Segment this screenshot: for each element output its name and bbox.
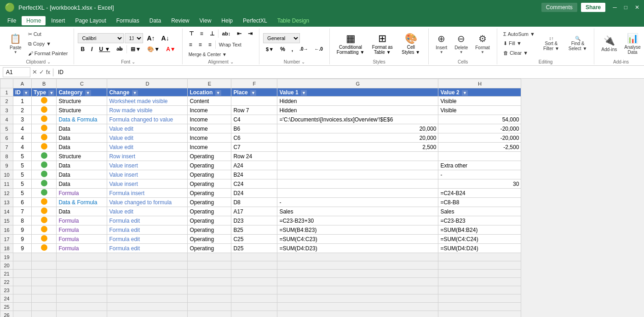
col-header-d[interactable]: D xyxy=(107,79,188,88)
cell-category[interactable]: Formula xyxy=(57,225,107,235)
cell-category[interactable]: Formula xyxy=(57,216,107,225)
cell-location[interactable]: Income xyxy=(188,143,231,152)
cell-place[interactable]: C25 xyxy=(231,235,277,244)
empty-cell[interactable] xyxy=(107,261,188,270)
formula-input[interactable] xyxy=(56,68,641,76)
borders-button[interactable]: ⊞▼ xyxy=(128,44,144,54)
conditional-formatting-button[interactable]: ▦ ConditionalFormatting ▼ xyxy=(334,31,368,57)
cell-location[interactable]: Content xyxy=(188,97,231,106)
cell-category[interactable]: Structure xyxy=(57,97,107,106)
format-as-table-button[interactable]: ⊞ Format asTable ▼ xyxy=(368,31,396,57)
cell-value2[interactable]: 54,000 xyxy=(438,115,521,124)
font-shrink-button[interactable]: A↓ xyxy=(159,33,172,43)
header-location[interactable]: Location ▼ xyxy=(188,88,231,97)
cell-category[interactable]: Data xyxy=(57,143,107,152)
cell-place[interactable]: A24 xyxy=(231,161,277,170)
empty-cell[interactable] xyxy=(13,294,32,303)
type-filter[interactable]: ▼ xyxy=(48,90,54,96)
header-change[interactable]: Change ▼ xyxy=(107,88,188,97)
cell-value2[interactable]: - xyxy=(438,170,521,179)
cell-change[interactable]: Formula edit xyxy=(107,235,188,244)
underline-button[interactable]: U ▼ xyxy=(96,44,113,54)
empty-cell[interactable] xyxy=(57,303,107,311)
col-header-c[interactable]: C xyxy=(57,79,107,88)
empty-cell[interactable] xyxy=(32,261,57,270)
cell-category[interactable]: Data & Formula xyxy=(57,115,107,124)
header-value2[interactable]: Value 2 ▼ xyxy=(438,88,521,97)
indent-increase-button[interactable]: ⇥ xyxy=(245,29,255,39)
cell-change[interactable]: Value edit xyxy=(107,207,188,216)
cell-value2[interactable]: =C24-B24 xyxy=(438,189,521,198)
empty-cell[interactable] xyxy=(277,270,438,278)
menu-help[interactable]: Help xyxy=(217,16,237,25)
col-header-f[interactable]: F xyxy=(231,79,277,88)
cell-change[interactable]: Formula edit xyxy=(107,244,188,253)
empty-cell[interactable] xyxy=(188,311,231,317)
cell-value2[interactable]: 30 xyxy=(438,179,521,189)
text-direction-button[interactable]: ab↕ xyxy=(219,29,233,39)
cell-place[interactable]: B24 xyxy=(231,170,277,179)
cut-button[interactable]: ✂ Cut xyxy=(26,30,70,39)
empty-cell[interactable] xyxy=(13,261,32,270)
insert-function-btn[interactable]: fx xyxy=(46,69,50,75)
cell-value2[interactable]: =C23-B23 xyxy=(438,216,521,225)
header-place[interactable]: Place ▼ xyxy=(231,88,277,97)
header-category[interactable]: Category ▼ xyxy=(57,88,107,97)
insert-cells-button[interactable]: ⊕ Insert▼ xyxy=(432,31,450,57)
cell-location[interactable]: Operating xyxy=(188,244,231,253)
empty-cell[interactable] xyxy=(438,253,521,261)
cell-id[interactable]: 5 xyxy=(13,170,32,179)
copy-button[interactable]: ⧉ Copy ▼ xyxy=(26,40,70,48)
comments-button[interactable]: Comments xyxy=(541,3,577,12)
empty-cell[interactable] xyxy=(231,270,277,278)
format-painter-button[interactable]: 🖌 Format Painter xyxy=(26,49,70,58)
indent-decrease-button[interactable]: ⇤ xyxy=(234,29,244,39)
cell-id[interactable]: 9 xyxy=(13,244,32,253)
cell-category[interactable]: Data xyxy=(57,207,107,216)
empty-cell[interactable] xyxy=(438,311,521,317)
autosum-button[interactable]: Σ AutoSum ▼ xyxy=(501,30,537,38)
sort-filter-button[interactable]: ↕↑ Sort &Filter ▼ xyxy=(540,31,563,57)
menu-view[interactable]: View xyxy=(195,16,216,25)
align-center-button[interactable]: ≡ xyxy=(196,40,205,50)
minimize-icon[interactable]: ─ xyxy=(613,4,617,11)
close-icon[interactable]: ✕ xyxy=(635,4,639,11)
cell-place[interactable]: D23 xyxy=(231,216,277,225)
place-filter[interactable]: ▼ xyxy=(250,90,256,96)
align-top-button[interactable]: ⊤ xyxy=(186,29,196,39)
menu-insert[interactable]: Insert xyxy=(46,16,69,25)
empty-cell[interactable] xyxy=(231,278,277,286)
decimal-decrease-button[interactable]: ←.0 xyxy=(311,44,325,54)
menu-page-layout[interactable]: Page Layout xyxy=(70,16,110,25)
font-size-select[interactable]: 11 xyxy=(125,33,143,43)
cell-place[interactable]: B6 xyxy=(231,124,277,133)
empty-cell[interactable] xyxy=(438,286,521,294)
analyse-data-button[interactable]: 📊 AnalyseData xyxy=(621,31,644,57)
cell-value1[interactable]: 20,000 xyxy=(277,133,438,143)
cell-location[interactable]: Income xyxy=(188,133,231,143)
col-header-h[interactable]: H xyxy=(438,79,521,88)
value2-filter[interactable]: ▼ xyxy=(462,90,468,96)
cell-value2[interactable]: -2,500 xyxy=(438,143,521,152)
cell-id[interactable]: 7 xyxy=(13,207,32,216)
cell-value2[interactable]: =SUM(C4:C24) xyxy=(438,235,521,244)
empty-cell[interactable] xyxy=(188,303,231,311)
cell-value1[interactable]: ='C:\Documents\[Invoices.xlsx]Overview'!… xyxy=(277,115,438,124)
col-header-e[interactable]: E xyxy=(188,79,231,88)
cell-id[interactable]: 8 xyxy=(13,216,32,225)
align-left-button[interactable]: ≡ xyxy=(186,40,195,50)
cell-value1[interactable]: - xyxy=(277,198,438,207)
empty-cell[interactable] xyxy=(32,270,57,278)
empty-cell[interactable] xyxy=(32,253,57,261)
cell-place[interactable]: A17 xyxy=(231,207,277,216)
cell-id[interactable]: 2 xyxy=(13,106,32,115)
cell-id[interactable]: 1 xyxy=(13,97,32,106)
decimal-increase-button[interactable]: .0→ xyxy=(297,44,310,54)
empty-cell[interactable] xyxy=(13,278,32,286)
italic-button[interactable]: I xyxy=(88,44,95,54)
empty-cell[interactable] xyxy=(32,286,57,294)
cell-value1[interactable]: Hidden xyxy=(277,97,438,106)
cell-place[interactable] xyxy=(231,97,277,106)
empty-cell[interactable] xyxy=(107,303,188,311)
empty-cell[interactable] xyxy=(13,253,32,261)
